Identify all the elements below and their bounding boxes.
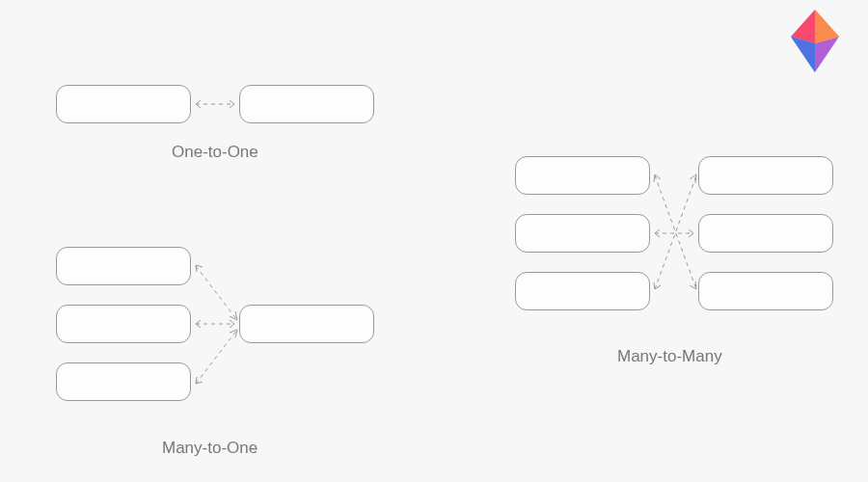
- entity-box: [239, 85, 374, 123]
- svg-line-12: [655, 175, 696, 289]
- connector-line: [191, 324, 244, 391]
- entity-box: [698, 214, 833, 253]
- entity-box: [56, 247, 191, 285]
- connector-line: [191, 260, 244, 328]
- diagram-label: Many-to-One: [162, 439, 258, 458]
- entity-box: [515, 156, 650, 195]
- diamond-logo-icon: [791, 10, 839, 72]
- connector-line: [191, 99, 239, 109]
- entity-box: [698, 156, 833, 195]
- svg-line-10: [655, 175, 696, 289]
- diagram-label: One-to-One: [172, 143, 258, 162]
- connector-line: [650, 170, 703, 295]
- entity-box: [56, 362, 191, 401]
- svg-line-9: [196, 330, 237, 384]
- entity-box: [515, 272, 650, 310]
- entity-box: [698, 272, 833, 310]
- entity-box: [56, 85, 191, 123]
- connector-line: [650, 170, 703, 295]
- connector-line: [191, 319, 239, 329]
- entity-box: [515, 214, 650, 253]
- svg-line-7: [196, 266, 237, 320]
- entity-box: [239, 305, 374, 343]
- entity-box: [56, 305, 191, 343]
- connector-line: [650, 228, 698, 238]
- diagram-label: Many-to-Many: [617, 347, 722, 366]
